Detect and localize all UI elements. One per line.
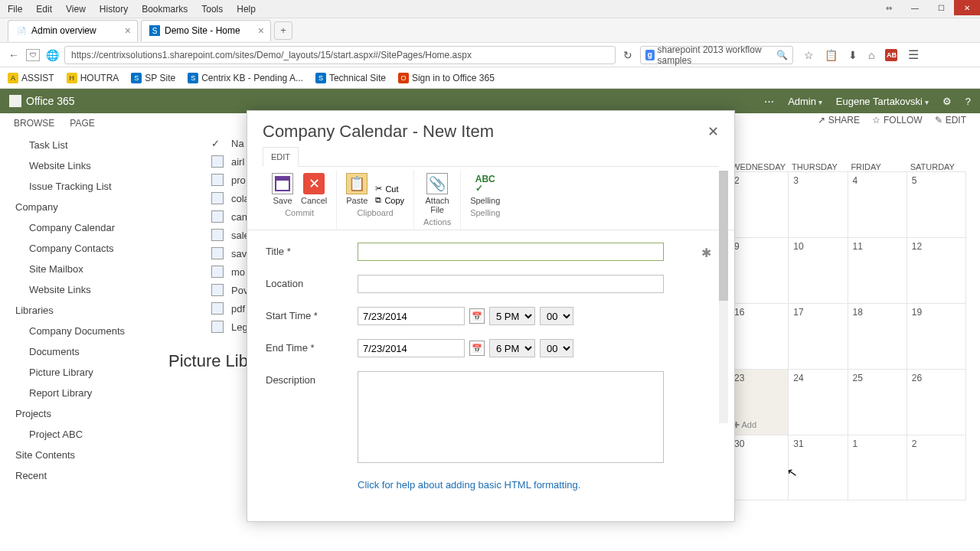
nav-website-links-2[interactable]: Website Links <box>15 279 153 300</box>
help-link[interactable]: Click for help about adding basic HTML f… <box>358 479 716 491</box>
calendar-cell-today[interactable]: 23 ✚ Add <box>729 370 789 435</box>
spelling-button[interactable]: ABC✓Spelling <box>470 173 500 205</box>
new-tab-button[interactable]: + <box>274 21 292 40</box>
calendar-cell[interactable]: 9 <box>729 238 789 303</box>
calendar-cell[interactable]: 26 <box>907 370 966 435</box>
nav-site-mailbox[interactable]: Site Mailbox <box>15 259 153 279</box>
calendar-picker-icon[interactable]: 📅 <box>469 341 485 356</box>
nav-documents[interactable]: Documents <box>15 341 153 362</box>
calendar-cell[interactable]: 18 <box>848 304 907 369</box>
calendar-cell[interactable]: 19 <box>907 304 966 369</box>
tab-demo-site[interactable]: S Demo Site - Home × <box>141 20 271 41</box>
copy-button[interactable]: ⧉Copy <box>375 195 404 205</box>
home-icon[interactable]: ⌂ <box>868 49 874 61</box>
tab-browse[interactable]: BROWSE <box>14 113 54 133</box>
calendar-cell[interactable]: 3 <box>789 172 848 237</box>
start-hour-select[interactable]: 5 PM <box>489 307 535 325</box>
calendar-cell[interactable]: 30 <box>729 435 789 500</box>
download-icon[interactable]: ⬇ <box>848 49 858 61</box>
dialog-close-button[interactable]: ✕ <box>707 123 719 140</box>
adblock-icon[interactable]: AB <box>885 49 897 61</box>
help-icon[interactable]: ? <box>965 96 971 107</box>
nav-projects[interactable]: Projects <box>15 403 153 424</box>
search-icon[interactable]: 🔍 <box>776 50 788 60</box>
menu-view[interactable]: View <box>66 4 86 15</box>
url-input[interactable]: https://centrixsolutions1.sharepoint.com… <box>64 46 616 64</box>
nav-issue-tracking[interactable]: Issue Tracking List <box>15 176 153 197</box>
bookmark-office365[interactable]: OSign in to Office 365 <box>398 73 495 83</box>
nav-picture-library[interactable]: Picture Library <box>15 362 153 383</box>
nav-project-abc[interactable]: Project ABC <box>15 424 153 445</box>
minimize-button[interactable]: — <box>902 0 928 15</box>
location-input[interactable] <box>358 275 664 293</box>
save-button[interactable]: Save <box>272 173 293 205</box>
nav-libraries[interactable]: Libraries <box>15 300 153 321</box>
calendar-cell[interactable]: 2 <box>729 172 789 237</box>
dialog-tab-edit[interactable]: EDIT <box>263 147 299 167</box>
cut-button[interactable]: ✂Cut <box>375 184 404 194</box>
menu-help[interactable]: Help <box>237 4 256 15</box>
search-box[interactable]: g sharepoint 2013 workflow samples 🔍 <box>640 46 793 64</box>
attach-file-button[interactable]: 📎Attach File <box>426 173 449 214</box>
cancel-button[interactable]: ✕Cancel <box>301 173 327 205</box>
gear-icon[interactable]: ⚙ <box>942 96 952 107</box>
calendar-cell[interactable]: 12 <box>907 238 966 303</box>
start-date-input[interactable] <box>358 307 465 325</box>
menu-tools[interactable]: Tools <box>201 4 223 15</box>
tab-close-icon[interactable]: × <box>258 24 264 37</box>
calendar-cell[interactable]: 4 <box>848 172 907 237</box>
nav-company[interactable]: Company <box>15 197 153 217</box>
tab-page[interactable]: PAGE <box>70 113 94 133</box>
bookmark-sp-site[interactable]: SSP Site <box>131 73 175 83</box>
end-date-input[interactable] <box>358 339 465 357</box>
bookmark-assist[interactable]: AASSIST <box>8 73 54 83</box>
calendar-cell[interactable]: 2 <box>907 435 966 500</box>
calendar-picker-icon[interactable]: 📅 <box>469 308 485 324</box>
nav-company-documents[interactable]: Company Documents <box>15 321 153 341</box>
admin-dropdown[interactable]: Admin <box>788 96 822 107</box>
calendar-cell[interactable]: 24 <box>789 370 848 435</box>
calendar-cell[interactable]: 11 <box>848 238 907 303</box>
calendar-cell[interactable]: 16 <box>729 304 789 369</box>
hamburger-icon[interactable]: ☰ <box>908 47 919 62</box>
menu-file[interactable]: File <box>8 4 22 15</box>
window-close-button[interactable]: ✕ <box>954 0 980 15</box>
calendar-cell[interactable]: 10 <box>789 238 848 303</box>
menu-edit[interactable]: Edit <box>36 4 52 15</box>
nav-recent[interactable]: Recent <box>15 465 153 486</box>
nav-site-contents[interactable]: Site Contents <box>15 445 153 465</box>
nav-website-links[interactable]: Website Links <box>15 155 153 176</box>
paste-button[interactable]: 📋Paste <box>346 173 368 205</box>
clipboard-icon[interactable]: 📋 <box>825 49 838 61</box>
menu-history[interactable]: History <box>100 4 128 15</box>
star-icon[interactable]: ☆ <box>804 49 814 61</box>
bookmark-technical[interactable]: STechnical Site <box>315 73 386 83</box>
end-minute-select[interactable]: 00 <box>540 339 573 357</box>
bookmark-houtra[interactable]: HHOUTRA <box>67 73 119 83</box>
add-event-link[interactable]: ✚ Add <box>733 420 756 430</box>
back-button[interactable]: ← <box>6 47 21 63</box>
start-minute-select[interactable]: 00 <box>540 307 573 325</box>
calendar-cell[interactable]: 5 <box>907 172 966 237</box>
calendar-cell[interactable]: 31 <box>789 435 848 500</box>
nav-company-calendar[interactable]: Company Calendar <box>15 217 153 238</box>
restore-diag-icon[interactable]: ⇔ <box>876 0 902 15</box>
description-textarea[interactable] <box>358 371 664 463</box>
nav-company-contacts[interactable]: Company Contacts <box>15 238 153 259</box>
overflow-icon[interactable]: ⋯ <box>764 96 774 107</box>
nav-task-list[interactable]: Task List <box>15 135 153 155</box>
bookmark-centrix[interactable]: SCentrix KB - Pending A... <box>188 73 303 83</box>
calendar-cell[interactable]: 25 <box>848 370 907 435</box>
tab-admin-overview[interactable]: 📄 Admin overview × <box>8 20 138 41</box>
office365-logo[interactable]: Office 365 <box>9 95 75 107</box>
nav-report-library[interactable]: Report Library <box>15 383 153 403</box>
title-input[interactable] <box>358 243 664 261</box>
identity-icon[interactable]: 🛡 <box>26 49 40 61</box>
user-menu[interactable]: Eugene Tartakovski <box>836 96 929 107</box>
tab-close-icon[interactable]: × <box>125 24 131 37</box>
menu-bookmarks[interactable]: Bookmarks <box>142 4 188 15</box>
maximize-button[interactable]: ☐ <box>928 0 954 15</box>
calendar-cell[interactable]: 17 <box>789 304 848 369</box>
reload-button[interactable]: ↻ <box>620 47 635 63</box>
calendar-cell[interactable]: 1 <box>848 435 907 500</box>
